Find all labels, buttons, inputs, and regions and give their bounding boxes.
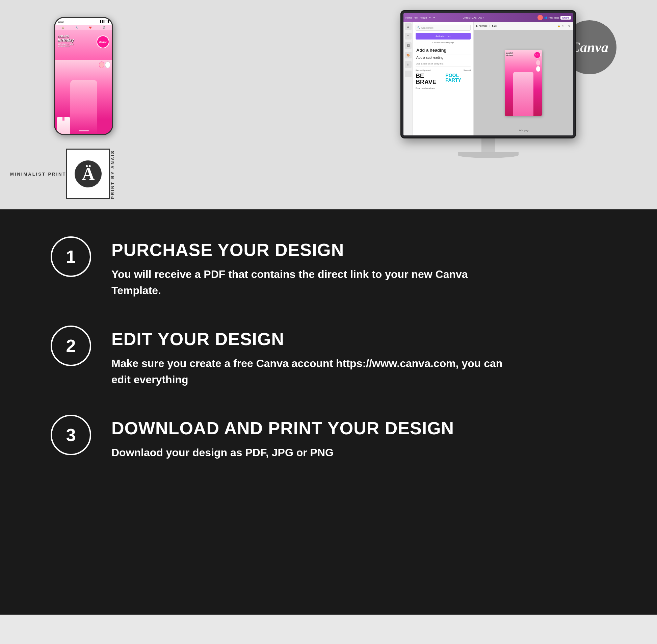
editor-canvas-topbar: ▶ Animate | 5.0s 🔒 ⎘ ⋯ ↻ <box>474 22 573 30</box>
step-3-desc: Downlaod your design as PDF, JPG or PNG <box>111 444 454 461</box>
editor-undo[interactable]: ↩ <box>429 16 431 19</box>
step-3-content: DOWNLOAD AND PRINT YOUR DESIGN Downlaod … <box>111 415 454 461</box>
step-1-content: PURCHASE YOUR DESIGN You will receive a … <box>111 236 517 299</box>
editor-recently-used: Recently used See all BE BRAVE POOL PART… <box>416 69 471 85</box>
step-1-desc: You will receive a PDF that contains the… <box>111 266 517 299</box>
watermark-side-text: PRINT BY ANAÏS <box>110 148 117 199</box>
phone-barbie-label: Barbie <box>99 41 107 43</box>
phone-mockup: 21:02 ▐▐▐ ⬡ ▊ 🏠🔧❤️💬 LOLA'S birthday SAT … <box>54 17 113 135</box>
editor-left-panel: 🔍 Search text Add a text box Click text … <box>413 22 474 135</box>
editor-user-avatar <box>538 15 543 20</box>
watermark-top-text: MINIMALIST PRINT <box>10 171 66 177</box>
editor-card-title: LOLA'Sbirthday <box>506 52 513 56</box>
phone-image-area <box>55 60 112 134</box>
editor-file[interactable]: File <box>414 17 418 19</box>
bottom-section: 1 PURCHASE YOUR DESIGN You will receive … <box>0 209 657 615</box>
animate-btn[interactable]: ▶ Animate <box>476 25 488 27</box>
monitor-outer: Home File Resize ↩ ↪ CHRISTMAS TAG 7 👥 P… <box>400 10 576 138</box>
top-section: Canva MINIMALIST PRINT Ä PRINT BY ANAÏS … <box>0 0 657 209</box>
more-icon[interactable]: ⋯ <box>564 25 567 27</box>
desktop-mockup: Home File Resize ↩ ↪ CHRISTMAS TAG 7 👥 P… <box>400 10 576 158</box>
editor-duration: 5.0s <box>492 25 497 27</box>
step-3-circle: 3 <box>51 415 91 455</box>
phone-barbie-figure <box>70 80 97 134</box>
editor-home[interactable]: Home <box>405 17 412 19</box>
phone-screen-content: 🏠🔧❤️💬 LOLA'S birthday SAT · MAY 13 · 3PM… <box>55 25 112 134</box>
step-1-row: 1 PURCHASE YOUR DESIGN You will receive … <box>51 236 606 299</box>
monitor-bezel: Home File Resize ↩ ↪ CHRISTMAS TAG 7 👥 P… <box>403 13 573 135</box>
editor-share-btn[interactable]: Share <box>560 16 571 20</box>
recently-used-label: Recently used <box>416 69 430 72</box>
step-3-number: 3 <box>66 425 76 445</box>
editor-search-box[interactable]: 🔍 Search text <box>416 25 471 31</box>
editor-icon-background[interactable]: 🎨 <box>405 52 412 59</box>
editor-left-icons: ⊞ T 🖼 🎨 ⬆ ⋯ <box>403 22 413 135</box>
editor-icon-more[interactable]: ⋯ <box>405 71 412 77</box>
editor-recently-header: Recently used See all <box>416 69 471 72</box>
phone-bg <box>55 60 112 134</box>
watermark: MINIMALIST PRINT Ä PRINT BY ANAÏS <box>10 148 117 199</box>
pool-party-text: POOL PARTY <box>445 73 461 83</box>
step-1-title: PURCHASE YOUR DESIGN <box>111 240 517 260</box>
step-2-desc: Make sure you create a free Canva accoun… <box>111 355 517 388</box>
phone-balloons <box>99 62 110 68</box>
editor-print-tags[interactable]: Print Tags <box>548 17 559 19</box>
editor-search-placeholder: Search text <box>421 27 433 29</box>
editor-card-bg: LOLA'Sbirthday Barbie <box>505 50 542 116</box>
editor-canvas-area: ▶ Animate | 5.0s 🔒 ⎘ ⋯ ↻ <box>474 22 573 135</box>
editor-add-text-btn[interactable]: Add a text box <box>416 33 471 40</box>
editor-card-barbie: Barbie <box>534 52 541 59</box>
phone-status-bar: 21:02 ▐▐▐ ⬡ ▊ <box>55 18 112 25</box>
editor-resize[interactable]: Resize <box>420 17 427 19</box>
editor-canvas-toolbar-right: 🔒 ⎘ ⋯ ↻ <box>557 25 570 27</box>
step-2-title: EDIT YOUR DESIGN <box>111 329 517 349</box>
step-3-title: DOWNLOAD AND PRINT YOUR DESIGN <box>111 418 454 438</box>
animate-icon: ▶ <box>476 25 478 27</box>
editor-canvas-wrapper: LOLA'Sbirthday Barbie <box>474 30 573 135</box>
step-2-number: 2 <box>66 336 76 356</box>
editor-canvas-card: LOLA'Sbirthday Barbie <box>505 50 542 116</box>
editor-card-figure <box>513 72 534 116</box>
editor-card-balloons <box>536 60 540 72</box>
step-2-circle: 2 <box>51 325 91 366</box>
step-2-row: 2 EDIT YOUR DESIGN Make sure you create … <box>51 325 606 388</box>
editor-font-samples: BE BRAVE POOL PARTY <box>416 73 471 85</box>
editor-add-page[interactable]: + Add page <box>516 128 531 133</box>
phone-home-indicator <box>79 130 89 131</box>
be-brave-text: BE BRAVE <box>416 73 437 86</box>
step-1-circle: 1 <box>51 236 91 277</box>
phone-outer: 21:02 ▐▐▐ ⬡ ▊ 🏠🔧❤️💬 LOLA'S birthday SAT … <box>54 17 113 135</box>
see-all-link[interactable]: See all <box>464 69 471 72</box>
editor-body: ⊞ T 🖼 🎨 ⬆ ⋯ 🔍 Search text <box>403 22 573 135</box>
canva-editor: Home File Resize ↩ ↪ CHRISTMAS TAG 7 👥 P… <box>403 13 573 135</box>
canva-badge-label: Canva <box>570 39 608 55</box>
phone-time: 21:02 <box>58 21 64 23</box>
phone-signal: ▐▐▐ ⬡ ▊ <box>99 20 110 23</box>
editor-icon-elements[interactable]: ⊞ <box>405 23 412 30</box>
add-text-label: Add a text box <box>436 35 451 38</box>
editor-icon-upload[interactable]: ⬆ <box>405 61 412 68</box>
editor-people-icon: 👥 <box>544 16 547 19</box>
copy-icon[interactable]: ⎘ <box>562 25 563 27</box>
editor-title: CHRISTMAS TAG 7 <box>463 17 484 19</box>
editor-add-subheading[interactable]: Add a subheading <box>416 54 471 61</box>
editor-font-combos-label: Font combinations <box>416 87 471 90</box>
editor-click-hint: Click text to add to page <box>416 42 471 44</box>
step-1-number: 1 <box>66 247 76 267</box>
phone-title-bar: 🏠🔧❤️💬 <box>55 25 112 30</box>
phone-barbie-logo: Barbie <box>97 36 110 48</box>
refresh-icon[interactable]: ↻ <box>568 25 570 27</box>
editor-add-body[interactable]: Add a little bit of body text <box>416 61 471 67</box>
editor-redo[interactable]: ↪ <box>433 16 435 19</box>
phone-screen: 🏠🔧❤️💬 LOLA'S birthday SAT · MAY 13 · 3PM… <box>55 25 112 134</box>
font-sample-be-brave[interactable]: BE BRAVE <box>416 73 441 85</box>
search-icon: 🔍 <box>417 26 420 29</box>
animate-label: Animate <box>479 25 488 27</box>
editor-icon-text[interactable]: T <box>405 33 412 40</box>
duration-separator: | <box>490 25 490 27</box>
editor-add-heading[interactable]: Add a heading <box>416 46 471 54</box>
editor-icon-photos[interactable]: 🖼 <box>405 42 412 49</box>
step-3-row: 3 DOWNLOAD AND PRINT YOUR DESIGN Downlao… <box>51 415 606 461</box>
editor-topbar-right: 👥 Print Tags Share <box>538 15 571 20</box>
font-sample-pool-party[interactable]: POOL PARTY <box>445 73 471 85</box>
